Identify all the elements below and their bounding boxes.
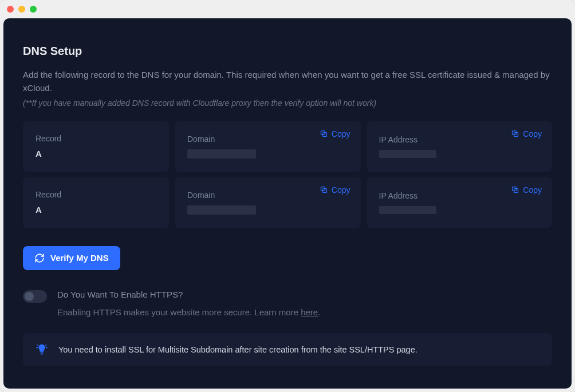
https-toggle-hint: Enabling HTTPS makes your website more s…: [57, 307, 320, 317]
record-value: A: [36, 205, 156, 215]
svg-rect-8: [40, 353, 44, 353]
page-title: DNS Setup: [23, 45, 552, 58]
copy-domain-button[interactable]: Copy: [320, 129, 350, 138]
info-banner: You need to install SSL for Multisite Su…: [23, 333, 552, 366]
window-minimize-button[interactable]: [18, 6, 25, 13]
ip-card: Copy IP Address: [367, 177, 553, 228]
record-label: Record: [36, 134, 156, 143]
copy-label: Copy: [332, 129, 350, 138]
record-value: A: [36, 149, 156, 159]
window-close-button[interactable]: [7, 6, 14, 13]
domain-value-redacted: [187, 205, 256, 215]
https-toggle-text: Do You Want To Enable HTTPS? Enabling HT…: [57, 290, 320, 317]
record-label: Record: [36, 190, 156, 199]
copy-domain-button[interactable]: Copy: [320, 185, 350, 195]
svg-rect-9: [41, 354, 43, 354]
copy-icon: [511, 129, 519, 138]
verify-button-label: Verify My DNS: [50, 253, 109, 263]
copy-ip-button[interactable]: Copy: [511, 129, 542, 138]
banner-message: You need to install SSL for Multisite Su…: [58, 345, 418, 354]
hint-text: Enabling HTTPS makes your website more s…: [57, 307, 301, 317]
content-area: DNS Setup Add the following record to th…: [3, 18, 572, 389]
copy-icon: [320, 185, 328, 194]
copy-label: Copy: [523, 185, 542, 195]
window-titlebar: [0, 0, 575, 18]
dns-row: Record A Copy Domain Copy IP Address: [23, 177, 552, 228]
https-toggle-label: Do You Want To Enable HTTPS?: [57, 290, 320, 299]
copy-icon: [511, 185, 519, 194]
copy-label: Copy: [332, 185, 350, 195]
record-card: Record A: [23, 177, 169, 228]
learn-more-link[interactable]: here: [301, 307, 318, 317]
copy-label: Copy: [523, 129, 542, 138]
ip-card: Copy IP Address: [367, 121, 553, 172]
ip-value-redacted: [379, 206, 436, 214]
domain-card: Copy Domain: [175, 177, 361, 228]
app-window: DNS Setup Add the following record to th…: [0, 0, 575, 392]
https-toggle[interactable]: [23, 290, 47, 303]
copy-ip-button[interactable]: Copy: [511, 185, 542, 195]
domain-value-redacted: [187, 149, 256, 159]
verify-dns-button[interactable]: Verify My DNS: [23, 246, 120, 270]
refresh-icon: [34, 253, 45, 263]
hint-tail: .: [318, 307, 320, 317]
toggle-knob: [25, 292, 34, 301]
record-card: Record A: [23, 121, 169, 172]
page-description: Add the following record to the DNS for …: [23, 68, 552, 95]
window-maximize-button[interactable]: [30, 6, 37, 13]
dns-row: Record A Copy Domain Copy IP Address: [23, 121, 552, 172]
copy-icon: [320, 129, 328, 138]
lightbulb-icon: [36, 343, 48, 356]
domain-card: Copy Domain: [175, 121, 361, 172]
ip-value-redacted: [379, 150, 436, 158]
https-toggle-row: Do You Want To Enable HTTPS? Enabling HT…: [23, 290, 552, 317]
page-note: (**If you have manually added DNS record…: [23, 98, 552, 108]
